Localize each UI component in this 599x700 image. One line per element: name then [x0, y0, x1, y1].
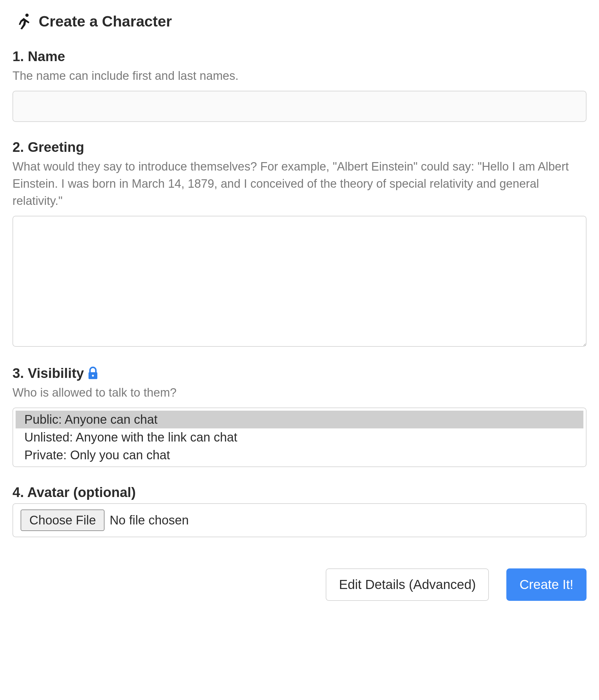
choose-file-button[interactable]: Choose File: [21, 509, 104, 531]
edit-details-button[interactable]: Edit Details (Advanced): [326, 569, 489, 601]
visibility-option-public[interactable]: Public: Anyone can chat: [16, 411, 583, 428]
visibility-select[interactable]: Public: Anyone can chat Unlisted: Anyone…: [13, 407, 586, 467]
name-input[interactable]: [13, 91, 586, 122]
visibility-option-unlisted[interactable]: Unlisted: Anyone with the link can chat: [16, 428, 583, 446]
avatar-file-box: Choose File No file chosen: [13, 503, 586, 537]
section-name-heading: 1. Name: [13, 49, 586, 64]
section-greeting: 2. Greeting What would they say to intro…: [13, 140, 586, 348]
section-avatar-heading: 4. Avatar (optional): [13, 484, 586, 500]
section-visibility-heading: 3. Visibility: [13, 366, 586, 381]
create-character-form: Create a Character 1. Name The name can …: [13, 12, 586, 601]
section-name: 1. Name The name can include first and l…: [13, 49, 586, 122]
section-greeting-heading: 2. Greeting: [13, 140, 586, 155]
section-name-help: The name can include first and last name…: [13, 67, 586, 84]
section-visibility: 3. Visibility Who is allowed to talk to …: [13, 366, 586, 467]
lock-icon: [87, 366, 99, 380]
create-button[interactable]: Create It!: [506, 569, 586, 601]
person-running-icon: [15, 12, 32, 30]
section-visibility-help: Who is allowed to talk to them?: [13, 384, 586, 401]
page-header: Create a Character: [13, 12, 586, 30]
visibility-option-private[interactable]: Private: Only you can chat: [16, 446, 583, 464]
section-visibility-heading-text: 3. Visibility: [13, 366, 84, 381]
page-title: Create a Character: [39, 13, 172, 30]
svg-point-2: [92, 375, 94, 377]
section-avatar: 4. Avatar (optional) Choose File No file…: [13, 484, 586, 537]
greeting-textarea[interactable]: [13, 216, 586, 347]
svg-point-0: [25, 14, 29, 17]
file-status-text: No file chosen: [110, 513, 188, 527]
form-actions: Edit Details (Advanced) Create It!: [13, 569, 586, 601]
section-greeting-help: What would they say to introduce themsel…: [13, 158, 586, 209]
